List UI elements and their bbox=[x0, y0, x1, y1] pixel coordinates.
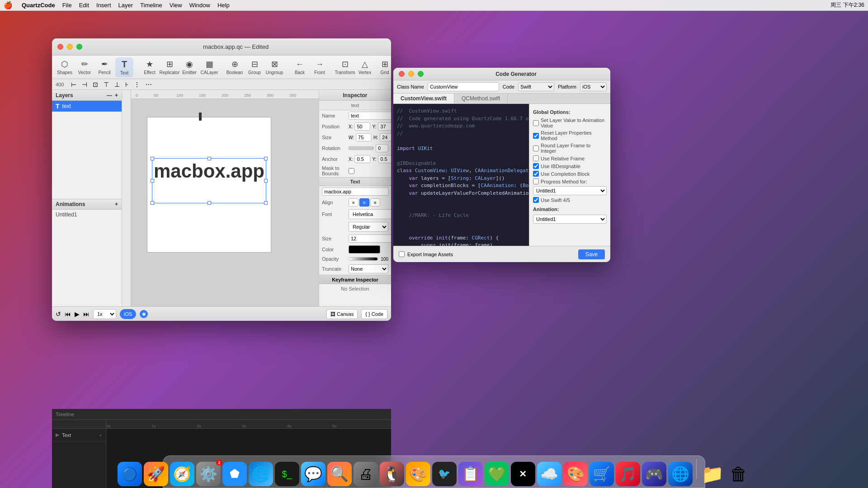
dock-edge[interactable]: 🌐 bbox=[249, 462, 273, 486]
menubar-app[interactable]: QuartzCode bbox=[18, 1, 59, 9]
canvas-text[interactable]: macbox.app bbox=[154, 160, 264, 182]
dock-cloud[interactable]: ☁️ bbox=[537, 462, 561, 486]
anchor-x-input[interactable] bbox=[354, 155, 370, 163]
text-content-input[interactable] bbox=[322, 188, 389, 196]
handle-tl[interactable] bbox=[151, 157, 154, 160]
code-minimize-btn[interactable] bbox=[408, 71, 414, 77]
opacity-slider[interactable] bbox=[349, 257, 378, 261]
distribute-h-btn[interactable]: ⋮ bbox=[132, 80, 142, 89]
dock-art2[interactable]: 🎨 bbox=[563, 462, 588, 486]
use-swift-checkbox[interactable] bbox=[533, 197, 539, 203]
handle-tr[interactable] bbox=[264, 157, 268, 160]
name-input[interactable] bbox=[349, 112, 391, 120]
align-right-btn[interactable]: ⊡ bbox=[91, 80, 100, 89]
speed-select[interactable]: 1x 0.5x 2x bbox=[93, 309, 116, 319]
dock-trash[interactable]: 🗑 bbox=[726, 462, 751, 486]
font-style-select[interactable]: Regular Bold Italic bbox=[349, 222, 388, 232]
color-swatch[interactable] bbox=[349, 245, 380, 253]
platform-toggle[interactable]: ◉ bbox=[140, 310, 148, 318]
use-completion-checkbox[interactable] bbox=[533, 171, 539, 177]
code-btn[interactable]: { } Code bbox=[361, 309, 387, 319]
truncate-select[interactable]: None Beginning Middle End bbox=[349, 264, 388, 273]
handle-mr[interactable] bbox=[264, 179, 268, 183]
dock-music[interactable]: 🎵 bbox=[616, 462, 640, 486]
add-layer-icon[interactable]: + bbox=[115, 92, 118, 99]
back-button[interactable]: ← Back bbox=[291, 58, 309, 77]
dock-launchpad[interactable]: 🚀 bbox=[144, 462, 168, 486]
dock-appstore[interactable]: 🛒 bbox=[590, 462, 614, 486]
align-top-btn[interactable]: ⊤ bbox=[102, 80, 111, 89]
animation-item[interactable]: Untitled1 bbox=[52, 210, 122, 220]
handle-bl[interactable] bbox=[151, 201, 154, 205]
dock-art[interactable]: 🎨 bbox=[406, 462, 430, 486]
close-button[interactable] bbox=[57, 44, 63, 50]
dock-system-prefs[interactable]: ⚙️ 2 bbox=[196, 462, 221, 486]
pencil-button[interactable]: ✒ Pencil bbox=[95, 57, 113, 77]
align-center-v-btn[interactable]: ⊥ bbox=[113, 80, 122, 89]
loop-btn[interactable]: ↺ bbox=[56, 310, 61, 318]
layer-item-text[interactable]: T text bbox=[52, 101, 122, 112]
mask-checkbox[interactable] bbox=[349, 168, 354, 174]
menubar-window[interactable]: Window bbox=[186, 1, 214, 9]
dock-wechat[interactable]: 💚 bbox=[485, 462, 509, 486]
align-left-btn[interactable]: ⊢ bbox=[69, 80, 78, 89]
tab-qcmethod[interactable]: QCMethod.swift bbox=[454, 94, 508, 103]
menubar-timeline[interactable]: Timeline bbox=[137, 1, 166, 9]
fullscreen-button[interactable] bbox=[76, 44, 82, 50]
handle-bc[interactable] bbox=[208, 201, 211, 205]
progress-select[interactable]: Untitled1 bbox=[533, 186, 607, 195]
progress-checkbox[interactable] bbox=[533, 178, 539, 184]
emitter-button[interactable]: ◉ Emitter bbox=[180, 57, 198, 77]
front-button[interactable]: → Front bbox=[311, 58, 329, 77]
shapes-button[interactable]: ⬡ Shapes bbox=[56, 57, 74, 77]
text-button[interactable]: T Text bbox=[115, 57, 133, 77]
dock-finder[interactable]: 🔵 bbox=[118, 462, 142, 486]
dock-terminal[interactable]: $_ bbox=[275, 462, 299, 486]
export-assets-checkbox[interactable] bbox=[399, 251, 405, 257]
use-ib-checkbox[interactable] bbox=[533, 163, 539, 169]
dock-folder[interactable]: 📁 bbox=[700, 462, 725, 486]
code-select[interactable]: Swift Objective-C bbox=[518, 82, 554, 91]
align-left-text-btn[interactable]: ≡ bbox=[349, 198, 359, 206]
platform-select[interactable]: iOS macOS bbox=[580, 82, 607, 91]
timeline-track-text[interactable]: ▶ Text + bbox=[52, 429, 106, 441]
dock-bird[interactable]: 🐦 bbox=[432, 462, 457, 486]
transform-button[interactable]: ⊡ Transform bbox=[336, 57, 354, 77]
rewind-btn[interactable]: ⏮ bbox=[65, 310, 71, 318]
code-fullscreen-btn[interactable] bbox=[418, 71, 424, 77]
dock-safari[interactable]: 🧭 bbox=[170, 462, 194, 486]
rotation-slider[interactable] bbox=[349, 146, 374, 150]
effect-button[interactable]: ★ Effect bbox=[141, 57, 159, 77]
timeline-add-icon[interactable]: + bbox=[99, 432, 102, 438]
font-size-input[interactable] bbox=[349, 235, 391, 243]
dock-vscode[interactable]: ⬟ bbox=[222, 462, 247, 486]
menubar-file[interactable]: File bbox=[59, 1, 75, 9]
group-button[interactable]: ⊟ Group bbox=[245, 57, 264, 77]
platform-btn[interactable]: iOS bbox=[120, 309, 136, 319]
timeline-expand-icon[interactable]: ▶ bbox=[56, 432, 59, 438]
replicator-button[interactable]: ⊞ Replicator bbox=[160, 57, 179, 77]
rotation-input[interactable] bbox=[376, 144, 388, 152]
dock-chat[interactable]: 💬 bbox=[301, 462, 326, 486]
canvas-area[interactable]: 0 50 100 150 200 250 300 350 bbox=[122, 90, 319, 306]
menubar-help[interactable]: Help bbox=[214, 1, 233, 9]
calayer-button[interactable]: ▦ CALayer bbox=[200, 57, 218, 77]
size-h-input[interactable] bbox=[380, 133, 391, 141]
tab-customview[interactable]: CustomView.swift bbox=[393, 94, 454, 103]
menubar-layer[interactable]: Layer bbox=[115, 1, 137, 9]
menubar-edit[interactable]: Edit bbox=[75, 1, 93, 9]
handle-br[interactable] bbox=[264, 201, 268, 205]
align-bottom-btn[interactable]: ⊦ bbox=[123, 80, 130, 89]
animation-select[interactable]: Untitled1 bbox=[533, 215, 607, 224]
set-layer-anim-checkbox[interactable] bbox=[533, 120, 539, 126]
fast-forward-btn[interactable]: ⏭ bbox=[83, 310, 90, 318]
ungroup-button[interactable]: ⊠ Ungroup bbox=[265, 57, 283, 77]
dock-doc[interactable]: 📋 bbox=[458, 462, 483, 486]
save-btn[interactable]: Save bbox=[578, 249, 605, 259]
grid-button[interactable]: ⊞ Grid bbox=[376, 57, 391, 77]
round-layer-checkbox[interactable] bbox=[533, 145, 539, 151]
menubar-view[interactable]: View bbox=[166, 1, 186, 9]
pos-y-input[interactable] bbox=[378, 122, 391, 131]
align-center-text-btn[interactable]: ≡ bbox=[359, 198, 369, 206]
size-w-input[interactable] bbox=[356, 133, 372, 141]
